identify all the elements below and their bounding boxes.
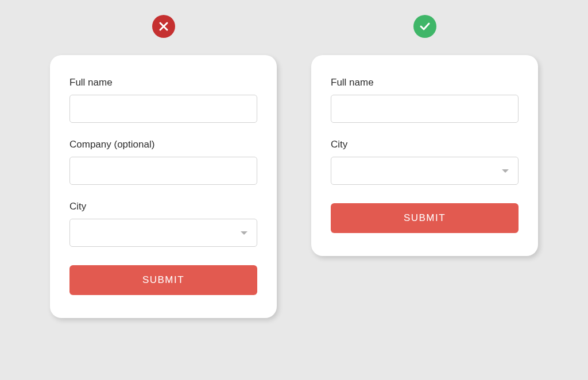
city-select[interactable]	[331, 157, 519, 185]
fullname-input[interactable]	[331, 95, 519, 123]
company-field-group: Company (optional)	[69, 139, 257, 185]
fullname-label: Full name	[69, 77, 257, 88]
good-example-card: Full name City SUBMIT	[311, 55, 538, 256]
city-field-group: City	[69, 201, 257, 247]
city-select-wrapper	[331, 157, 519, 185]
fullname-field-group: Full name	[69, 77, 257, 123]
company-input[interactable]	[69, 157, 257, 185]
fullname-label: Full name	[331, 77, 519, 88]
city-label: City	[331, 139, 519, 150]
x-badge	[152, 15, 175, 38]
city-select[interactable]	[69, 219, 257, 247]
submit-button[interactable]: SUBMIT	[331, 203, 519, 233]
check-badge	[413, 15, 436, 38]
city-label: City	[69, 201, 257, 212]
fullname-field-group: Full name	[331, 77, 519, 123]
bad-example-column: Full name Company (optional) City SUBMIT	[50, 15, 277, 318]
city-select-wrapper	[69, 219, 257, 247]
bad-example-card: Full name Company (optional) City SUBMIT	[50, 55, 277, 318]
good-example-column: Full name City SUBMIT	[311, 15, 538, 256]
company-label: Company (optional)	[69, 139, 257, 150]
city-field-group: City	[331, 139, 519, 185]
x-icon	[158, 21, 169, 32]
fullname-input[interactable]	[69, 95, 257, 123]
submit-button[interactable]: SUBMIT	[69, 265, 257, 295]
check-icon	[418, 20, 432, 33]
